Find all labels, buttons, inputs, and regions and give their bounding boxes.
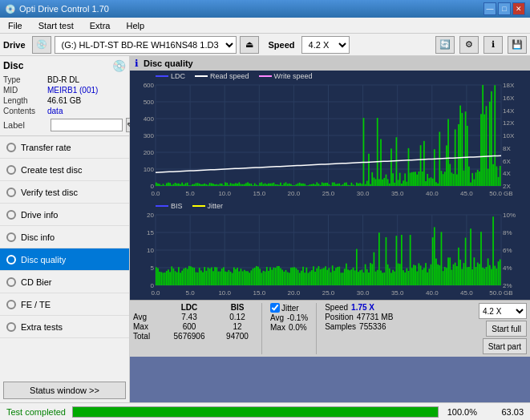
ldc-header: LDC [173, 303, 205, 312]
sidebar: Disc 💿 Type BD-R DL MID MEIRB1 (001) Len… [0, 56, 130, 402]
samples-label: Samples [325, 322, 356, 331]
avg-label: Avg [133, 313, 157, 321]
total-row: Total 5676906 94700 [133, 332, 253, 341]
bis-header: BIS [221, 303, 253, 312]
sidebar-item-verify-test-disc[interactable]: Verify test disc [0, 181, 129, 204]
jitter-avg-row: Avg -0.1% [270, 313, 308, 322]
sidebar-item-disc-quality[interactable]: Disc quality [0, 248, 129, 271]
sidebar-item-fe-te[interactable]: FE / TE [0, 293, 129, 316]
speed-label: Speed [269, 40, 295, 50]
disc-icon: 💿 [112, 59, 126, 72]
bis-avg: 0.12 [221, 313, 253, 321]
menu-extra[interactable]: Extra [85, 20, 115, 31]
save-button[interactable]: 💾 [508, 36, 527, 54]
drive-select[interactable]: (G:) HL-DT-ST BD-RE WH16NS48 1.D3 [55, 36, 237, 54]
settings-button[interactable]: ⚙ [459, 36, 479, 54]
jitter-header-label: Jitter [281, 304, 299, 313]
top-chart-area: LDC Read speed Write speed [130, 71, 530, 200]
speed-row: Speed 1.75 X [325, 303, 393, 312]
nav-label-fe-te: FE / TE [21, 300, 51, 309]
status-window-button[interactable]: Status window >> [3, 382, 126, 399]
stats-area: LDC BIS Avg 7.43 0.12 Max 600 12 Total [130, 300, 530, 357]
jitter-max-row: Max 0.0% [270, 323, 308, 332]
nav-label-disc-quality: Disc quality [21, 255, 66, 265]
refresh-button[interactable]: 🔄 [435, 36, 455, 54]
nav-icon-drive-info [6, 210, 16, 220]
speed-dropdown[interactable]: 4.2 X [479, 303, 527, 319]
ldc-total: 5676906 [173, 332, 205, 341]
jitter-avg-label: Avg [270, 313, 284, 322]
disc-mid-value: MEIRB1 (001) [47, 86, 98, 95]
menu-start-test[interactable]: Start test [34, 20, 79, 31]
legend-jitter: Jitter [192, 202, 224, 210]
minimize-button[interactable]: — [483, 2, 496, 15]
sidebar-item-disc-info[interactable]: Disc info [0, 226, 129, 248]
start-full-button[interactable]: Start full [486, 321, 527, 337]
drive-icon-btn[interactable]: 💿 [32, 36, 51, 54]
read-speed-color-swatch [195, 75, 208, 77]
nav-label-cd-bier: CD Bier [21, 277, 52, 287]
progress-percentage: 100.0% [445, 407, 477, 417]
sidebar-item-drive-info[interactable]: Drive info [0, 204, 129, 226]
status-text: Test completed [6, 407, 66, 417]
main-content: Disc 💿 Type BD-R DL MID MEIRB1 (001) Len… [0, 56, 530, 402]
disc-type-value: BD-R DL [47, 75, 79, 84]
window-controls: — □ ✕ [483, 2, 525, 15]
menu-help[interactable]: Help [121, 20, 149, 31]
app-title: Opti Drive Control 1.70 [19, 4, 109, 14]
ldc-max: 600 [173, 322, 205, 331]
jitter-checkbox[interactable] [270, 303, 280, 313]
disc-length-row: Length 46.61 GB [3, 96, 126, 105]
bottom-chart-area: BIS Jitter [130, 200, 530, 300]
vertical-divider-2 [316, 303, 317, 354]
bottom-bar: Test completed 100.0% 63.03 [0, 402, 530, 420]
sidebar-item-create-test-disc[interactable]: Create test disc [0, 159, 129, 181]
sidebar-item-cd-bier[interactable]: CD Bier [0, 271, 129, 293]
legend-read-speed-label: Read speed [210, 72, 249, 80]
vertical-divider-1 [261, 303, 262, 354]
nav-label-disc-info: Disc info [21, 232, 55, 242]
speed-select[interactable]: 4.2 X [301, 36, 350, 54]
eject-button[interactable]: ⏏ [240, 36, 259, 54]
legend-bis: BIS [156, 202, 183, 210]
legend-write-speed: Write speed [259, 72, 313, 80]
nav-label-verify-test-disc: Verify test disc [21, 188, 78, 197]
avg-row: Avg 7.43 0.12 [133, 313, 253, 321]
blank-label [133, 303, 157, 312]
legend-jitter-label: Jitter [208, 202, 224, 210]
action-area: 4.2 X Start full Start part [479, 303, 527, 354]
write-speed-color-swatch [259, 75, 272, 77]
legend-write-speed-label: Write speed [274, 72, 313, 80]
bis-color-swatch [156, 205, 168, 207]
ldc-color-swatch [156, 75, 168, 77]
legend-ldc-label: LDC [171, 72, 185, 80]
disc-title: Disc [3, 60, 23, 71]
disc-quality-header: ℹ Disc quality [130, 56, 530, 71]
disc-contents-value: data [47, 107, 63, 115]
bis-total: 94700 [221, 332, 253, 341]
sidebar-item-extra-tests[interactable]: Extra tests [0, 316, 129, 338]
disc-header: Disc 💿 [3, 59, 126, 72]
jitter-header-row: Jitter [270, 303, 308, 313]
close-button[interactable]: ✕ [512, 2, 525, 15]
maximize-button[interactable]: □ [498, 2, 511, 15]
stats-row: LDC BIS Avg 7.43 0.12 Max 600 12 Total [133, 303, 527, 354]
disc-info-panel: Disc 💿 Type BD-R DL MID MEIRB1 (001) Len… [0, 56, 129, 136]
top-chart-canvas [130, 82, 527, 200]
speed-label: Speed [325, 303, 348, 312]
title-bar-left: 💿 Opti Drive Control 1.70 [5, 4, 109, 14]
jitter-max-val: 0.0% [289, 323, 307, 332]
disc-length-value: 46.61 GB [47, 96, 81, 105]
position-row: Position 47731 MB [325, 313, 393, 321]
sidebar-item-transfer-rate[interactable]: Transfer rate [0, 136, 129, 159]
label-input[interactable] [51, 119, 123, 131]
bis-max: 12 [221, 322, 253, 331]
nav-label-extra-tests: Extra tests [21, 322, 63, 332]
nav-icon-extra-tests [6, 322, 16, 332]
info-button[interactable]: ℹ [483, 36, 503, 54]
disc-length-label: Length [3, 96, 47, 105]
menu-file[interactable]: File [3, 20, 27, 31]
disc-mid-row: MID MEIRB1 (001) [3, 86, 126, 95]
start-part-button[interactable]: Start part [483, 338, 527, 354]
disc-type-row: Type BD-R DL [3, 75, 126, 84]
